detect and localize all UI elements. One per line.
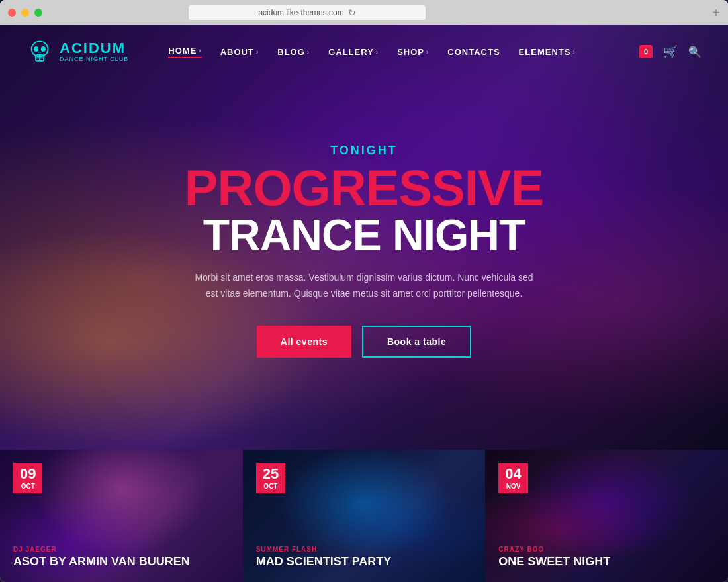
site-wrapper: ACIDUM DANCE NIGHT CLUB HOME › ABOUT › bbox=[0, 25, 728, 582]
event-3-title: ONE SWEET NIGHT bbox=[498, 556, 715, 569]
address-bar[interactable]: acidum.like-themes.com ↻ bbox=[188, 5, 426, 21]
minimize-button[interactable] bbox=[21, 9, 29, 17]
nav-item-shop[interactable]: SHOP › bbox=[397, 47, 429, 57]
event-3-content: CRAZY BOO ONE SWEET NIGHT bbox=[485, 450, 728, 582]
all-events-button[interactable]: All events bbox=[257, 326, 351, 358]
nav-item-contacts[interactable]: CONTACTS bbox=[447, 47, 500, 57]
logo-subtitle: DANCE NIGHT CLUB bbox=[60, 56, 128, 62]
nav-right-controls: 0 🛒 🔍 bbox=[639, 44, 702, 59]
hero-section: ACIDUM DANCE NIGHT CLUB HOME › ABOUT › bbox=[0, 25, 728, 450]
event-2-subtitle: SUMMER FLASH bbox=[256, 546, 473, 553]
event-3-subtitle: CRAZY BOO bbox=[498, 546, 715, 553]
logo-text-group: ACIDUM DANCE NIGHT CLUB bbox=[60, 41, 128, 62]
event-card-1[interactable]: 09 Oct DJ JAEGER ASOT BY ARMIN VAN BUURE… bbox=[0, 450, 243, 582]
nav-item-gallery[interactable]: GALLERY › bbox=[328, 47, 379, 57]
chevron-down-icon: › bbox=[426, 48, 429, 56]
browser-content: ACIDUM DANCE NIGHT CLUB HOME › ABOUT › bbox=[0, 25, 728, 582]
event-cards-section: 09 Oct DJ JAEGER ASOT BY ARMIN VAN BUURE… bbox=[0, 450, 728, 582]
cart-count-badge[interactable]: 0 bbox=[639, 45, 653, 58]
event-1-title: ASOT BY ARMIN VAN BUUREN bbox=[13, 556, 230, 569]
hero-buttons: All events Book a table bbox=[257, 326, 471, 358]
chevron-down-icon: › bbox=[376, 48, 379, 56]
chevron-down-icon: › bbox=[307, 48, 310, 56]
url-text: acidum.like-themes.com bbox=[258, 8, 343, 17]
refresh-icon[interactable]: ↻ bbox=[348, 7, 356, 18]
main-navigation: ACIDUM DANCE NIGHT CLUB HOME › ABOUT › bbox=[0, 25, 728, 78]
nav-item-elements[interactable]: ELEMENTS › bbox=[519, 47, 576, 57]
svg-point-5 bbox=[41, 46, 46, 52]
logo-area[interactable]: ACIDUM DANCE NIGHT CLUB bbox=[26, 38, 128, 65]
new-tab-button[interactable]: + bbox=[712, 5, 720, 21]
chevron-down-icon: › bbox=[199, 47, 201, 54]
event-2-content: SUMMER FLASH MAD SCIENTIST PARTY bbox=[243, 450, 486, 582]
logo-name: ACIDUM bbox=[60, 41, 128, 56]
svg-point-4 bbox=[34, 46, 38, 52]
close-button[interactable] bbox=[8, 9, 16, 17]
search-icon[interactable]: 🔍 bbox=[688, 46, 702, 58]
event-1-subtitle: DJ JAEGER bbox=[13, 546, 230, 553]
hero-content: TONIGHT PROGRESSIVE TRANCE NIGHT Morbi s… bbox=[0, 78, 728, 450]
event-2-title: MAD SCIENTIST PARTY bbox=[256, 556, 473, 569]
skull-logo-icon bbox=[26, 38, 53, 65]
hero-title-trance: TRANCE NIGHT bbox=[203, 213, 525, 257]
hero-description: Morbi sit amet eros massa. Vestibulum di… bbox=[192, 270, 536, 302]
nav-item-about[interactable]: ABOUT › bbox=[220, 47, 259, 57]
nav-item-home[interactable]: HOME › bbox=[168, 46, 201, 58]
maximize-button[interactable] bbox=[34, 9, 42, 17]
chevron-down-icon: › bbox=[572, 48, 575, 56]
event-1-content: DJ JAEGER ASOT BY ARMIN VAN BUUREN bbox=[0, 450, 243, 582]
cart-icon[interactable]: 🛒 bbox=[663, 44, 678, 59]
nav-item-blog[interactable]: BLOG › bbox=[277, 47, 310, 57]
nav-menu: HOME › ABOUT › BLOG › GALLERY bbox=[168, 46, 639, 58]
browser-window: acidum.like-themes.com ↻ + bbox=[0, 0, 728, 582]
hero-title-progressive: PROGRESSIVE bbox=[185, 166, 543, 211]
book-table-button[interactable]: Book a table bbox=[362, 326, 471, 358]
event-card-3[interactable]: 04 Nov CRAZY BOO ONE SWEET NIGHT bbox=[485, 450, 728, 582]
chevron-down-icon: › bbox=[256, 48, 259, 56]
event-card-2[interactable]: 25 Oct SUMMER FLASH MAD SCIENTIST PARTY bbox=[243, 450, 486, 582]
browser-titlebar: acidum.like-themes.com ↻ + bbox=[0, 0, 728, 25]
tonight-label: TONIGHT bbox=[330, 144, 398, 158]
